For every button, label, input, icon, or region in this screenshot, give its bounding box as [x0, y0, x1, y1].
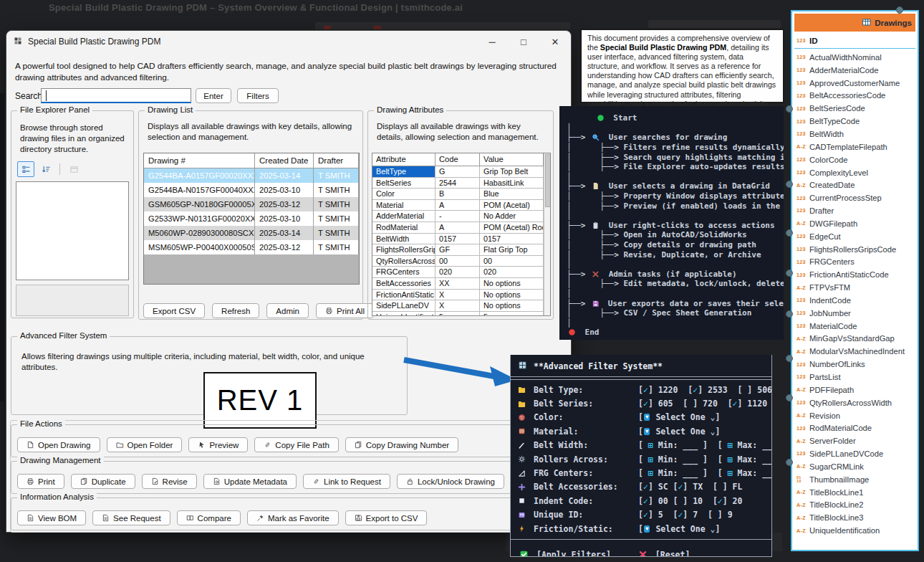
- filter-row-belt-series[interactable]: Belt Series:[✓] 605 [ ] 720 [✓] 1120: [518, 396, 766, 410]
- field-item-complexitylevel[interactable]: 123ComplexityLevel: [794, 166, 915, 179]
- open-folder-button[interactable]: Open Folder: [107, 437, 183, 452]
- checkbox-checked-icon[interactable]: ✓: [643, 385, 648, 395]
- field-item-actualwidthnominal[interactable]: 123ActualWidthNominal: [794, 51, 915, 64]
- number-input-icon[interactable]: ⊞: [728, 454, 733, 465]
- field-item-cadtemplatefilepath[interactable]: A-ZCADTemplateFilepath: [794, 140, 915, 153]
- field-item-belttypecode[interactable]: 123BeltTypeCode: [794, 115, 915, 128]
- column-header[interactable]: Drawing #: [144, 153, 255, 168]
- filter-row-material[interactable]: Material:[▼ Select One ⌄]: [518, 424, 766, 438]
- link-to-request-button[interactable]: Link to Request: [303, 474, 390, 489]
- field-item-approvedcustomername[interactable]: 123ApprovedCustomerName: [794, 77, 915, 90]
- export-to-csv-button[interactable]: Export to CSV: [345, 510, 428, 525]
- update-metadata-button[interactable]: Update Metadata: [203, 474, 297, 489]
- reset-button[interactable]: [Reset]: [655, 550, 690, 557]
- filter-row-rollers-across[interactable]: Rollers Across:[ ⊞ Min: ___ ] [ ⊞ Max: _…: [518, 452, 766, 466]
- number-input-icon[interactable]: ⊞: [728, 440, 733, 450]
- field-item-drafter[interactable]: 123Drafter: [794, 204, 915, 217]
- field-item-ftpvsftm[interactable]: A-ZFTPVsFTM: [794, 281, 915, 294]
- field-item-titleblockline3[interactable]: A-ZTitleBlockLine3: [794, 511, 915, 524]
- search-input[interactable]: [41, 88, 191, 103]
- duplicate-button[interactable]: Duplicate: [71, 474, 135, 489]
- field-item-titleblockline2[interactable]: A-ZTitleBlockLine2: [794, 499, 915, 512]
- number-input-icon[interactable]: ⊞: [648, 454, 653, 465]
- checkbox-checked-icon[interactable]: ✓: [718, 496, 723, 506]
- attribute-row[interactable]: FRGCenters020020: [372, 267, 544, 278]
- details-view-icon[interactable]: [17, 161, 34, 177]
- compare-button[interactable]: Compare: [177, 510, 241, 525]
- filter-row-frg-centers[interactable]: FRG Centers:[ ⊞ Min: ___ ] [ ⊞ Max: ___ …: [518, 466, 766, 480]
- checkbox-checked-icon[interactable]: ✓: [678, 482, 683, 492]
- checkbox-checked-icon[interactable]: ✓: [733, 399, 738, 409]
- drawing-list-table[interactable]: Drawing #Created DateDrafter G2544BA-A01…: [143, 153, 360, 285]
- dropdown-icon[interactable]: ▼: [644, 428, 650, 435]
- drawing-row[interactable]: G2544BA-A0157GF00020XXXX5d2025-03-14T SM…: [144, 168, 359, 183]
- field-item-revision[interactable]: A-ZRevision: [794, 409, 915, 422]
- copy-drawing-number-button[interactable]: Copy Drawing Number: [345, 437, 458, 452]
- revise-button[interactable]: Revise: [142, 474, 197, 489]
- file-tree[interactable]: [16, 181, 129, 280]
- field-item-uniqueidentification[interactable]: A-ZUniqueIdentification: [794, 524, 915, 537]
- number-input-icon[interactable]: ⊞: [728, 468, 733, 478]
- filters-button[interactable]: Filters: [237, 88, 279, 103]
- field-item-beltseriescode[interactable]: 123BeltSeriesCode: [794, 102, 915, 115]
- field-item-jobnumber[interactable]: 123JobNumber: [794, 307, 915, 320]
- field-item-materialcode[interactable]: 123MaterialCode: [794, 320, 915, 333]
- field-item-partslist[interactable]: 123PartsList: [794, 371, 915, 384]
- lock-unlock-drawing-button[interactable]: Lock/Unlock Drawing: [397, 474, 504, 489]
- attribute-row[interactable]: BeltTypeGGrip Top Belt: [372, 166, 544, 178]
- attribute-row[interactable]: AdderMaterial-No Adder: [372, 211, 544, 222]
- filter-row-belt-width[interactable]: Belt Width:[ ⊞ Min: ___ ] [ ⊞ Max: ___ ]: [518, 439, 766, 452]
- drawing-row[interactable]: M5060WP-02890300080SCX35h2025-03-14T SMI…: [144, 226, 359, 240]
- export-csv-button[interactable]: Export CSV: [143, 303, 205, 318]
- checkbox-checked-icon[interactable]: ✓: [643, 510, 648, 520]
- scrollbar-thumb[interactable]: [545, 154, 551, 207]
- filter-row-belt-accessories[interactable]: Belt Accessories:[✓] SC [✓] TX [ ] FL: [518, 480, 766, 494]
- attribute-row[interactable]: FrictionAntiStaticXNo options: [372, 290, 544, 301]
- checkbox-checked-icon[interactable]: ✓: [678, 510, 683, 520]
- number-input-icon[interactable]: ⊞: [648, 468, 653, 478]
- field-item-titleblockline1[interactable]: A-ZTitleBlockLine1: [794, 486, 915, 499]
- attributes-scrollbar[interactable]: [544, 153, 551, 315]
- field-item-thumbnailimage[interactable]: 0110ThumbnailImage: [794, 473, 915, 486]
- filter-row-friction-static[interactable]: Friction/Static:[▼ Select One ⌄]: [518, 522, 766, 535]
- print-all-button[interactable]: Print All: [316, 303, 374, 318]
- attribute-row[interactable]: BeltSeries2544HabasitLink: [372, 178, 544, 189]
- attribute-row[interactable]: FlightsRollersGripGFFlat Grip Top: [372, 244, 544, 256]
- dropdown-icon[interactable]: ▼: [644, 414, 650, 421]
- field-item-currentprocessstep[interactable]: 123CurrentProcessStep: [794, 191, 915, 204]
- field-item-frictionantistaticcode[interactable]: 123FrictionAntiStaticCode: [794, 268, 915, 281]
- attribute-row[interactable]: BeltAccessoriesXXNo options: [372, 278, 544, 290]
- field-item-mingapvsstandardgap[interactable]: A-ZMinGapVsStandardGap: [794, 333, 915, 346]
- apply-filters-button[interactable]: [Apply Filters]: [536, 550, 611, 557]
- field-item-beltaccessoriescode[interactable]: 123BeltAccessoriesCode: [794, 90, 915, 103]
- attribute-row[interactable]: BeltWidth01570157: [372, 234, 544, 245]
- field-item-frgcenters[interactable]: 123FRGCenters: [794, 256, 915, 269]
- field-item-sugarcrmlink[interactable]: A-ZSugarCRMLink: [794, 460, 915, 473]
- field-item-indentcode[interactable]: 123IndentCode: [794, 294, 915, 307]
- enter-button[interactable]: Enter: [196, 88, 231, 103]
- field-item-serverfolder[interactable]: A-ZServerFolder: [794, 434, 915, 447]
- field-item-edgecut[interactable]: 123EdgeCut: [794, 230, 915, 243]
- field-item-qtyrollersacrosswidth[interactable]: 123QtyRollersAcrossWidth: [794, 396, 915, 409]
- drawings-table-header[interactable]: Drawings: [794, 14, 915, 32]
- open-drawing-button[interactable]: Open Drawing: [17, 437, 100, 452]
- column-header[interactable]: Attribute: [372, 153, 435, 166]
- column-header[interactable]: Value: [480, 153, 544, 166]
- column-header[interactable]: Code: [435, 153, 480, 166]
- drawing-row[interactable]: GSM605GP-N0180GF00005XXXX52025-03-12T SM…: [144, 197, 359, 211]
- column-header[interactable]: Drafter: [314, 153, 359, 168]
- drawing-row[interactable]: G2544BA-N0157GF00040XXXX5g2025-03-10T SM…: [144, 183, 359, 197]
- field-item-createddate[interactable]: A-ZCreatedDate: [794, 178, 915, 191]
- mark-as-favorite-button[interactable]: Mark as Favorite: [247, 510, 339, 525]
- see-request-button[interactable]: See Request: [92, 510, 170, 525]
- field-item-beltwidth[interactable]: 123BeltWidth: [794, 128, 915, 140]
- field-item-dwgfilepath[interactable]: A-ZDWGFilepath: [794, 217, 915, 230]
- number-input-icon[interactable]: ⊞: [648, 440, 653, 450]
- field-item-sidepllanedvcode[interactable]: 123SidePLLaneDVCode: [794, 447, 915, 460]
- checkbox-checked-icon[interactable]: ✓: [693, 385, 698, 395]
- dropdown-icon[interactable]: ▼: [644, 525, 650, 533]
- drawing-row[interactable]: MSM605WP-P00400X00050SCXX5c2025-03-12T S…: [144, 240, 359, 254]
- admin-button[interactable]: Admin: [266, 303, 309, 318]
- refresh-button[interactable]: Refresh: [212, 303, 259, 318]
- minimize-button[interactable]: ─: [476, 31, 508, 52]
